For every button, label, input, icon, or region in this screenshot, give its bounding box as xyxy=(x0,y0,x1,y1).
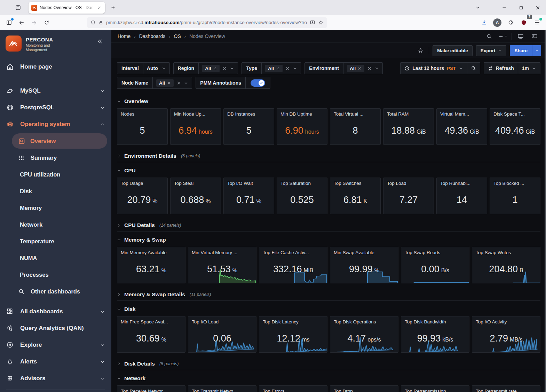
sidebar-item-disk[interactable]: Disk xyxy=(0,183,111,199)
panel-title[interactable]: Top I/O Wait xyxy=(224,178,274,186)
downloads-icon[interactable] xyxy=(478,17,490,28)
sidebar-item-advisors[interactable]: Advisors xyxy=(0,370,111,387)
chevron-down-icon[interactable] xyxy=(293,66,297,71)
panel-title[interactable]: Min Virtual Memory ... xyxy=(188,247,256,255)
panel-title[interactable]: Min Free Space Avai... xyxy=(117,316,185,324)
sidebar-item-postgresql[interactable]: PostgreSQL xyxy=(0,99,111,116)
search-dashboards-icon[interactable] xyxy=(484,31,494,41)
panel-title[interactable]: Top File Cache Activ... xyxy=(259,247,327,255)
panel-title[interactable]: Top Swap Writes xyxy=(472,247,540,255)
panel-title[interactable]: Top Runnabl... xyxy=(437,178,487,186)
chevron-down-icon[interactable] xyxy=(100,359,105,364)
panel-title[interactable]: Nodes xyxy=(117,109,167,117)
share-button[interactable]: Share xyxy=(510,45,532,56)
chevron-up-icon[interactable] xyxy=(100,122,105,127)
pmm-annotations-toggle[interactable] xyxy=(251,79,265,87)
sidebar-item-processes[interactable]: Processes xyxy=(0,266,111,283)
favorite-star-icon[interactable] xyxy=(416,46,425,55)
panel-title[interactable]: Top Blocked ... xyxy=(490,178,540,186)
collapse-sidebar-icon[interactable] xyxy=(97,38,103,45)
chevron-down-icon[interactable] xyxy=(100,343,105,348)
sidebar-item-overview-active[interactable]: Overview xyxy=(12,133,107,149)
section-disk[interactable]: Disk xyxy=(117,304,540,314)
panel-title[interactable]: DB Instances xyxy=(224,109,274,117)
zoom-out-icon[interactable] xyxy=(467,65,480,71)
maximize-button[interactable] xyxy=(513,0,529,15)
sidebar-item-qan[interactable]: Query Analytics (QAN) xyxy=(0,320,111,337)
sidebar-item-explore[interactable]: Explore xyxy=(0,337,111,353)
panel-title[interactable]: Top Load xyxy=(383,178,434,186)
sidebar-item-temperature[interactable]: Temperature xyxy=(0,233,111,250)
clear-filter-icon[interactable] xyxy=(222,66,227,71)
chevron-down-icon[interactable] xyxy=(230,66,234,71)
sidebar-toggle-icon[interactable] xyxy=(3,17,15,28)
panel-title[interactable]: Min Memory Available xyxy=(117,247,185,255)
panel-title[interactable]: Top Saturation xyxy=(277,178,327,186)
save-page-icon[interactable] xyxy=(310,20,315,25)
firefox-view-icon[interactable] xyxy=(13,2,24,13)
panel-title[interactable]: Top I/O Load xyxy=(188,316,256,324)
tab-close-icon[interactable] xyxy=(96,5,102,11)
tv-mode-icon[interactable] xyxy=(515,31,526,41)
sidebar-item-memory[interactable]: Memory xyxy=(0,199,111,216)
add-panel-icon[interactable] xyxy=(498,31,508,41)
panel-title[interactable]: Top Disk Bandwidth xyxy=(401,316,469,324)
sidebar-item-alerts[interactable]: Alerts xyxy=(0,353,111,370)
panel-title[interactable]: Top Switches xyxy=(330,178,380,186)
sidebar-item-cpu-utilization[interactable]: CPU utilization xyxy=(0,166,111,183)
close-button[interactable] xyxy=(529,0,546,15)
panel-title[interactable]: Top Disk Latency xyxy=(259,316,327,324)
lock-icon[interactable] xyxy=(98,20,103,25)
browser-tab[interactable]: Nodes Overview - OS - Dashbo xyxy=(29,2,105,14)
panel-title[interactable]: Top Drop xyxy=(330,386,398,392)
panel-title[interactable]: Min Node Up... xyxy=(171,109,221,117)
breadcrumb-dashboards[interactable]: Dashboards xyxy=(139,33,166,39)
sidebar-item-home[interactable]: Home page xyxy=(0,58,111,75)
panel-title[interactable]: Disk Space T... xyxy=(490,109,540,117)
menu-hamburger-icon[interactable] xyxy=(531,17,543,28)
interval-select[interactable]: Auto xyxy=(143,63,169,74)
node-name-chip[interactable]: All xyxy=(156,79,174,87)
panel-title[interactable]: Top Usage xyxy=(117,178,167,186)
type-chip[interactable]: All xyxy=(265,65,283,72)
sidebar-item-mysql[interactable]: MySQL xyxy=(0,83,111,99)
section-memory-swap[interactable]: Memory & Swap xyxy=(117,235,540,245)
chevron-down-icon[interactable] xyxy=(374,66,379,71)
url-bar[interactable]: pmm.kzejbw.ci-cd.infrahouse.com/pmm-ui/g… xyxy=(87,17,327,28)
make-editable-button[interactable]: Make editable xyxy=(433,45,473,56)
panel-dock-icon[interactable] xyxy=(529,31,540,41)
chevron-down-icon[interactable] xyxy=(100,309,105,314)
section-memory-swap-details[interactable]: Memory & Swap Details (11 panels) xyxy=(117,288,540,301)
section-cpu-details[interactable]: CPU Details (14 panels) xyxy=(117,219,540,232)
panel-title[interactable]: Total RAM xyxy=(383,109,434,117)
section-environment-details[interactable]: Environment Details (6 panels) xyxy=(117,150,540,162)
refresh-button[interactable]: Refresh xyxy=(484,65,518,71)
breadcrumb-os[interactable]: OS xyxy=(174,33,181,39)
scrollbar-thumb[interactable] xyxy=(545,30,546,392)
section-network[interactable]: Network xyxy=(117,374,540,383)
brand[interactable]: PERCONA Monitoring andManagement xyxy=(0,30,111,56)
panel-title[interactable]: Top I/O Activity xyxy=(472,316,540,324)
sidebar-item-operating-system[interactable]: Operating system xyxy=(0,116,111,133)
panel-title[interactable]: Min Swap Available xyxy=(330,247,398,255)
reload-button[interactable] xyxy=(41,17,52,28)
back-button[interactable] xyxy=(16,17,27,28)
account-icon[interactable]: A xyxy=(492,17,503,28)
panel-title[interactable]: Min DB Uptime xyxy=(277,109,327,117)
chevron-down-icon[interactable] xyxy=(100,88,105,94)
ublock-icon[interactable]: 7 xyxy=(518,17,529,28)
section-disk-details[interactable]: Disk Details (8 panels) xyxy=(117,358,540,370)
new-tab-button[interactable] xyxy=(108,2,118,13)
sidebar-item-all-dashboards[interactable]: All dashboards xyxy=(0,303,111,320)
clear-filter-icon[interactable] xyxy=(285,66,290,71)
export-button[interactable]: Export xyxy=(476,45,507,56)
region-chip[interactable]: All xyxy=(202,65,220,72)
environment-chip[interactable]: All xyxy=(347,65,364,72)
section-cpu[interactable]: CPU xyxy=(117,166,540,175)
panel-title[interactable]: Top Steal xyxy=(171,178,221,186)
breadcrumb-home[interactable]: Home xyxy=(118,33,130,39)
chevron-down-icon[interactable] xyxy=(100,376,105,381)
forward-button[interactable] xyxy=(29,17,40,28)
sidebar-item-summary[interactable]: Summary xyxy=(0,149,111,166)
list-tabs-icon[interactable] xyxy=(472,0,484,15)
